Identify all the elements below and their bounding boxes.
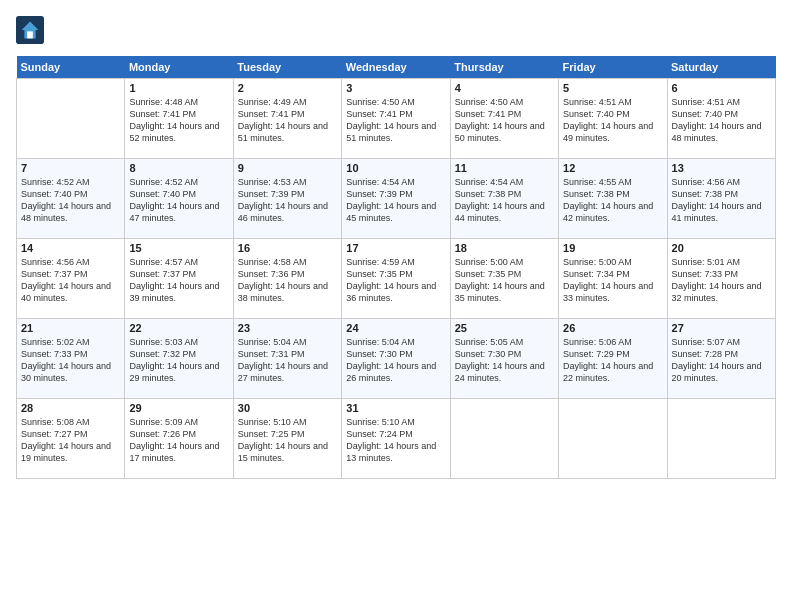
day-info: Sunrise: 5:10 AM Sunset: 7:25 PM Dayligh… (238, 416, 337, 465)
calendar-day: 19Sunrise: 5:00 AM Sunset: 7:34 PM Dayli… (559, 239, 667, 319)
calendar-week: 1Sunrise: 4:48 AM Sunset: 7:41 PM Daylig… (17, 79, 776, 159)
calendar-day: 29Sunrise: 5:09 AM Sunset: 7:26 PM Dayli… (125, 399, 233, 479)
header-day: Saturday (667, 56, 775, 79)
day-number: 23 (238, 322, 337, 334)
day-number: 22 (129, 322, 228, 334)
day-info: Sunrise: 5:10 AM Sunset: 7:24 PM Dayligh… (346, 416, 445, 465)
calendar-day: 15Sunrise: 4:57 AM Sunset: 7:37 PM Dayli… (125, 239, 233, 319)
calendar-day: 2Sunrise: 4:49 AM Sunset: 7:41 PM Daylig… (233, 79, 341, 159)
day-info: Sunrise: 4:52 AM Sunset: 7:40 PM Dayligh… (129, 176, 228, 225)
day-info: Sunrise: 4:51 AM Sunset: 7:40 PM Dayligh… (672, 96, 771, 145)
calendar-day: 3Sunrise: 4:50 AM Sunset: 7:41 PM Daylig… (342, 79, 450, 159)
day-number: 2 (238, 82, 337, 94)
day-info: Sunrise: 5:02 AM Sunset: 7:33 PM Dayligh… (21, 336, 120, 385)
day-info: Sunrise: 5:01 AM Sunset: 7:33 PM Dayligh… (672, 256, 771, 305)
day-number: 27 (672, 322, 771, 334)
day-info: Sunrise: 5:03 AM Sunset: 7:32 PM Dayligh… (129, 336, 228, 385)
day-number: 30 (238, 402, 337, 414)
calendar-week: 21Sunrise: 5:02 AM Sunset: 7:33 PM Dayli… (17, 319, 776, 399)
calendar-day: 30Sunrise: 5:10 AM Sunset: 7:25 PM Dayli… (233, 399, 341, 479)
header-day: Friday (559, 56, 667, 79)
calendar-day (450, 399, 558, 479)
calendar-day: 26Sunrise: 5:06 AM Sunset: 7:29 PM Dayli… (559, 319, 667, 399)
day-info: Sunrise: 5:06 AM Sunset: 7:29 PM Dayligh… (563, 336, 662, 385)
header-day: Sunday (17, 56, 125, 79)
header-day: Wednesday (342, 56, 450, 79)
day-number: 28 (21, 402, 120, 414)
calendar-day: 28Sunrise: 5:08 AM Sunset: 7:27 PM Dayli… (17, 399, 125, 479)
calendar-day: 23Sunrise: 5:04 AM Sunset: 7:31 PM Dayli… (233, 319, 341, 399)
day-number: 11 (455, 162, 554, 174)
day-info: Sunrise: 5:08 AM Sunset: 7:27 PM Dayligh… (21, 416, 120, 465)
logo-icon (16, 16, 44, 44)
calendar-day: 4Sunrise: 4:50 AM Sunset: 7:41 PM Daylig… (450, 79, 558, 159)
day-info: Sunrise: 5:04 AM Sunset: 7:31 PM Dayligh… (238, 336, 337, 385)
calendar-day (17, 79, 125, 159)
calendar-day: 1Sunrise: 4:48 AM Sunset: 7:41 PM Daylig… (125, 79, 233, 159)
day-info: Sunrise: 4:56 AM Sunset: 7:37 PM Dayligh… (21, 256, 120, 305)
day-info: Sunrise: 4:50 AM Sunset: 7:41 PM Dayligh… (455, 96, 554, 145)
logo (16, 16, 48, 44)
day-info: Sunrise: 4:57 AM Sunset: 7:37 PM Dayligh… (129, 256, 228, 305)
day-number: 8 (129, 162, 228, 174)
calendar-day: 11Sunrise: 4:54 AM Sunset: 7:38 PM Dayli… (450, 159, 558, 239)
calendar-day: 22Sunrise: 5:03 AM Sunset: 7:32 PM Dayli… (125, 319, 233, 399)
day-info: Sunrise: 4:55 AM Sunset: 7:38 PM Dayligh… (563, 176, 662, 225)
day-number: 1 (129, 82, 228, 94)
calendar-day: 31Sunrise: 5:10 AM Sunset: 7:24 PM Dayli… (342, 399, 450, 479)
day-info: Sunrise: 5:07 AM Sunset: 7:28 PM Dayligh… (672, 336, 771, 385)
calendar-week: 28Sunrise: 5:08 AM Sunset: 7:27 PM Dayli… (17, 399, 776, 479)
header (16, 16, 776, 44)
calendar-day: 12Sunrise: 4:55 AM Sunset: 7:38 PM Dayli… (559, 159, 667, 239)
day-number: 9 (238, 162, 337, 174)
calendar-day: 7Sunrise: 4:52 AM Sunset: 7:40 PM Daylig… (17, 159, 125, 239)
day-number: 25 (455, 322, 554, 334)
day-number: 7 (21, 162, 120, 174)
header-day: Tuesday (233, 56, 341, 79)
calendar-day: 9Sunrise: 4:53 AM Sunset: 7:39 PM Daylig… (233, 159, 341, 239)
day-number: 4 (455, 82, 554, 94)
calendar-day: 6Sunrise: 4:51 AM Sunset: 7:40 PM Daylig… (667, 79, 775, 159)
calendar-day: 10Sunrise: 4:54 AM Sunset: 7:39 PM Dayli… (342, 159, 450, 239)
day-number: 26 (563, 322, 662, 334)
day-info: Sunrise: 4:52 AM Sunset: 7:40 PM Dayligh… (21, 176, 120, 225)
calendar-day: 25Sunrise: 5:05 AM Sunset: 7:30 PM Dayli… (450, 319, 558, 399)
calendar-week: 14Sunrise: 4:56 AM Sunset: 7:37 PM Dayli… (17, 239, 776, 319)
day-info: Sunrise: 5:04 AM Sunset: 7:30 PM Dayligh… (346, 336, 445, 385)
calendar-day: 24Sunrise: 5:04 AM Sunset: 7:30 PM Dayli… (342, 319, 450, 399)
day-number: 13 (672, 162, 771, 174)
day-number: 24 (346, 322, 445, 334)
day-number: 3 (346, 82, 445, 94)
calendar-table: SundayMondayTuesdayWednesdayThursdayFrid… (16, 56, 776, 479)
day-number: 17 (346, 242, 445, 254)
day-info: Sunrise: 5:09 AM Sunset: 7:26 PM Dayligh… (129, 416, 228, 465)
day-number: 10 (346, 162, 445, 174)
calendar-day: 8Sunrise: 4:52 AM Sunset: 7:40 PM Daylig… (125, 159, 233, 239)
day-number: 15 (129, 242, 228, 254)
svg-rect-2 (27, 31, 33, 38)
day-info: Sunrise: 4:54 AM Sunset: 7:39 PM Dayligh… (346, 176, 445, 225)
header-row: SundayMondayTuesdayWednesdayThursdayFrid… (17, 56, 776, 79)
day-info: Sunrise: 4:54 AM Sunset: 7:38 PM Dayligh… (455, 176, 554, 225)
day-info: Sunrise: 4:53 AM Sunset: 7:39 PM Dayligh… (238, 176, 337, 225)
header-day: Monday (125, 56, 233, 79)
day-number: 12 (563, 162, 662, 174)
calendar-week: 7Sunrise: 4:52 AM Sunset: 7:40 PM Daylig… (17, 159, 776, 239)
day-info: Sunrise: 5:05 AM Sunset: 7:30 PM Dayligh… (455, 336, 554, 385)
day-info: Sunrise: 4:48 AM Sunset: 7:41 PM Dayligh… (129, 96, 228, 145)
calendar-container: SundayMondayTuesdayWednesdayThursdayFrid… (0, 0, 792, 489)
day-number: 21 (21, 322, 120, 334)
calendar-day: 5Sunrise: 4:51 AM Sunset: 7:40 PM Daylig… (559, 79, 667, 159)
day-number: 5 (563, 82, 662, 94)
day-info: Sunrise: 5:00 AM Sunset: 7:35 PM Dayligh… (455, 256, 554, 305)
day-info: Sunrise: 4:50 AM Sunset: 7:41 PM Dayligh… (346, 96, 445, 145)
day-number: 14 (21, 242, 120, 254)
calendar-day: 18Sunrise: 5:00 AM Sunset: 7:35 PM Dayli… (450, 239, 558, 319)
day-number: 16 (238, 242, 337, 254)
day-info: Sunrise: 4:59 AM Sunset: 7:35 PM Dayligh… (346, 256, 445, 305)
day-number: 31 (346, 402, 445, 414)
day-info: Sunrise: 4:49 AM Sunset: 7:41 PM Dayligh… (238, 96, 337, 145)
calendar-day: 14Sunrise: 4:56 AM Sunset: 7:37 PM Dayli… (17, 239, 125, 319)
calendar-day: 27Sunrise: 5:07 AM Sunset: 7:28 PM Dayli… (667, 319, 775, 399)
calendar-day: 17Sunrise: 4:59 AM Sunset: 7:35 PM Dayli… (342, 239, 450, 319)
